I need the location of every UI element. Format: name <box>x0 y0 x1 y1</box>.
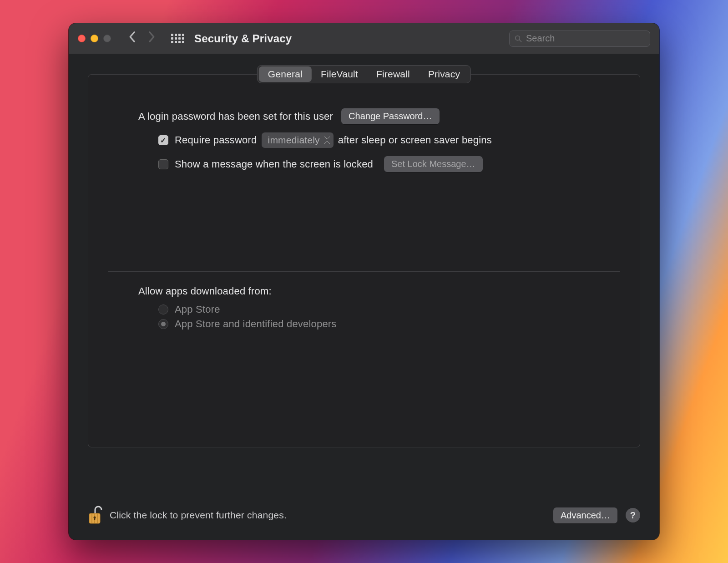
change-password-button[interactable]: Change Password… <box>341 108 439 124</box>
lock-button[interactable]: Click the lock to prevent further change… <box>87 505 287 525</box>
require-password-delay-select[interactable]: immediately <box>262 132 334 148</box>
show-all-button[interactable] <box>171 34 184 43</box>
radio-identified-label: App Store and identified developers <box>175 318 337 330</box>
window-controls <box>78 35 111 42</box>
svg-rect-3 <box>91 513 92 523</box>
login-password-text: A login password has been set for this u… <box>138 111 333 122</box>
preferences-window: Security & Privacy General FileVault Fir… <box>69 23 659 540</box>
minimize-button[interactable] <box>91 35 98 42</box>
require-password-label-before: Require password <box>175 134 257 146</box>
help-button[interactable]: ? <box>626 508 640 522</box>
tab-general[interactable]: General <box>259 66 312 82</box>
svg-rect-7 <box>94 517 96 520</box>
set-lock-message-button[interactable]: Set Lock Message… <box>384 156 483 172</box>
search-input[interactable] <box>526 33 645 44</box>
lock-text: Click the lock to prevent further change… <box>110 510 287 521</box>
lock-message-label: Show a message when the screen is locked <box>175 158 373 170</box>
back-button[interactable] <box>128 31 136 46</box>
zoom-button <box>103 35 111 42</box>
footer: Click the lock to prevent further change… <box>69 497 659 540</box>
forward-button <box>148 31 156 46</box>
tab-filevault[interactable]: FileVault <box>312 66 367 82</box>
nav-arrows <box>128 31 156 46</box>
allow-apps-option-appstore: App Store <box>138 304 600 315</box>
search-field-wrap[interactable] <box>509 30 650 47</box>
require-password-label-after: after sleep or screen saver begins <box>338 134 492 146</box>
radio-appstore <box>158 304 168 314</box>
allow-apps-heading: Allow apps downloaded from: <box>138 285 600 297</box>
unlocked-lock-icon <box>87 505 103 525</box>
tab-firewall[interactable]: Firewall <box>367 66 419 82</box>
general-panel: A login password has been set for this u… <box>88 74 640 447</box>
radio-identified <box>158 319 168 329</box>
svg-rect-5 <box>97 513 98 523</box>
svg-line-1 <box>519 40 521 42</box>
tab-privacy[interactable]: Privacy <box>419 66 469 82</box>
tab-bar: General FileVault Firewall Privacy <box>257 65 471 83</box>
search-icon <box>514 35 522 43</box>
close-button[interactable] <box>78 35 86 42</box>
radio-appstore-label: App Store <box>175 304 220 315</box>
advanced-button[interactable]: Advanced… <box>553 507 617 523</box>
lock-message-checkbox[interactable] <box>158 159 168 169</box>
titlebar: Security & Privacy <box>69 23 659 54</box>
allow-apps-option-identified: App Store and identified developers <box>138 318 600 330</box>
window-title: Security & Privacy <box>194 32 292 45</box>
require-password-checkbox[interactable] <box>158 135 168 145</box>
